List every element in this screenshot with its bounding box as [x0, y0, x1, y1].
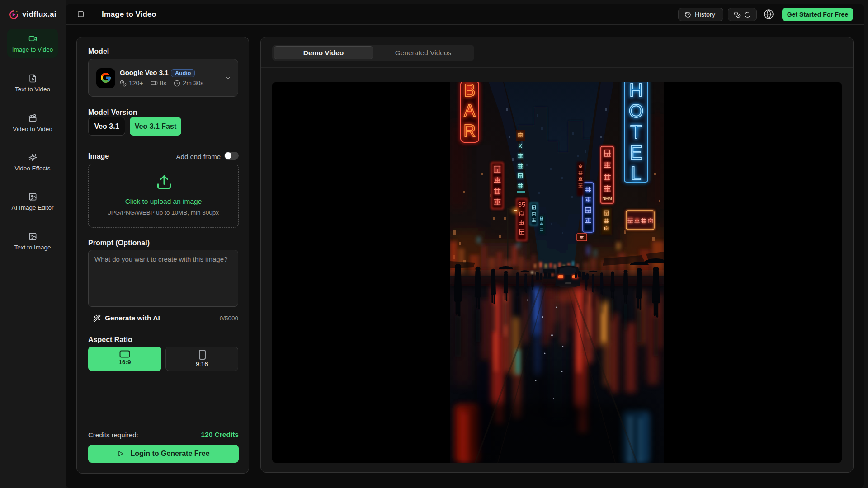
svg-text:35: 35 — [518, 201, 526, 208]
svg-text:H: H — [629, 82, 643, 101]
svg-text:L: L — [631, 163, 641, 184]
svg-text:R: R — [463, 122, 476, 141]
svg-text:T: T — [630, 121, 642, 142]
svg-text:B: B — [464, 82, 475, 100]
svg-text:O: O — [629, 100, 644, 122]
svg-text:X: X — [518, 142, 523, 150]
svg-text:A: A — [464, 101, 476, 120]
svg-text:E: E — [630, 142, 642, 163]
svg-text:NMM: NMM — [602, 196, 612, 201]
